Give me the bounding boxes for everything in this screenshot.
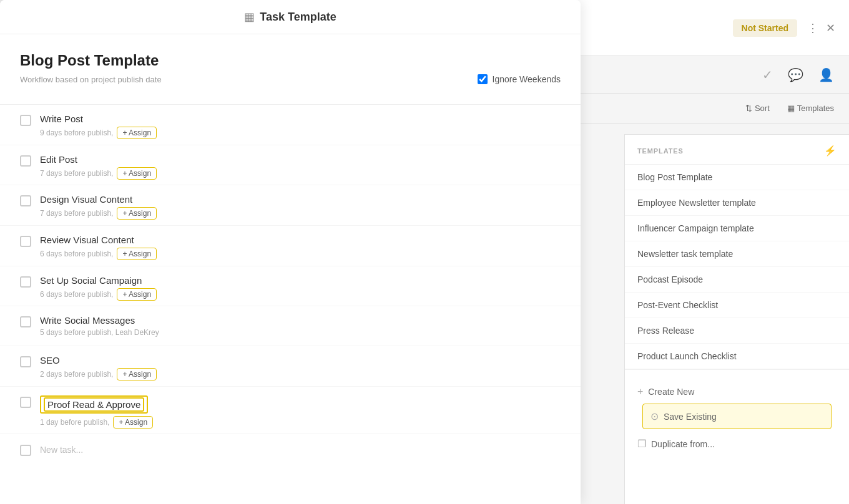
action-bar: ✓ 💬 👤	[575, 56, 849, 94]
comment-icon-button[interactable]: 💬	[783, 65, 808, 85]
task-name-4: Review Visual Content	[40, 235, 561, 245]
templates-button[interactable]: ▦ Templates	[782, 101, 839, 115]
status-badge: Not Started	[733, 19, 797, 37]
template-item-3[interactable]: Influencer Campaign template	[625, 216, 849, 241]
task-meta-1: 9 days before publish, + Assign	[40, 127, 561, 139]
task-template-icon: ▦	[244, 10, 255, 24]
task-date-1: 9 days before publish,	[40, 128, 113, 137]
save-existing-label: Save Existing	[664, 412, 717, 422]
task-name-8: Proof Read & Approve	[40, 395, 148, 414]
task-info-7: SEO 2 days before publish, + Assign	[40, 355, 561, 380]
create-new-action[interactable]: + Create New	[637, 380, 837, 404]
task-checkbox-4[interactable]	[20, 236, 31, 247]
task-name-3: Design Visual Content	[40, 194, 561, 205]
task-checkbox-3[interactable]	[20, 195, 31, 206]
ignore-weekends-row: Ignore Weekends	[478, 74, 561, 84]
main-panel-header: ▦ Task Template	[0, 0, 581, 34]
task-meta-2: 7 days before publish, + Assign	[40, 167, 561, 180]
new-task-row: New task...	[0, 434, 581, 466]
task-date-3: 7 days before publish,	[40, 209, 113, 218]
templates-panel: TEMPLATES ⚡ Blog Post Template Employee …	[624, 134, 849, 504]
task-name-1: Write Post	[40, 114, 561, 124]
task-checkbox-6[interactable]	[20, 316, 31, 327]
task-checkbox-8[interactable]	[20, 397, 31, 408]
lightning-icon: ⚡	[824, 145, 837, 157]
templates-icon: ▦	[787, 104, 795, 113]
task-checkbox-7[interactable]	[20, 356, 31, 367]
task-row-4: Review Visual Content 6 days before publ…	[0, 226, 581, 266]
tasks-header: ⇅ Sort ▦ Templates	[575, 94, 849, 124]
task-checkbox-1[interactable]	[20, 115, 31, 126]
ignore-weekends-checkbox[interactable]	[478, 74, 488, 84]
task-info-3: Design Visual Content 7 days before publ…	[40, 194, 561, 220]
task-date-5: 6 days before publish,	[40, 290, 113, 299]
duplicate-from-label: Duplicate from...	[651, 439, 715, 449]
assign-button-5[interactable]: + Assign	[117, 288, 157, 301]
task-row-5: Set Up Social Campaign 6 days before pub…	[0, 266, 581, 307]
task-meta-3: 7 days before publish, + Assign	[40, 207, 561, 220]
template-item-8[interactable]: Product Launch Checklist	[625, 344, 849, 369]
task-name-2: Edit Post	[40, 154, 561, 165]
duplicate-icon: ❐	[637, 438, 646, 450]
status-bar: Not Started ⋮ ✕	[575, 0, 849, 56]
main-panel: ▦ Task Template Blog Post Template Workf…	[0, 0, 581, 504]
task-date-2: 7 days before publish,	[40, 169, 113, 178]
assign-button-4[interactable]: + Assign	[117, 248, 157, 260]
plus-icon: +	[637, 386, 643, 397]
templates-label: Templates	[797, 104, 834, 113]
check-icon-button[interactable]: ✓	[757, 65, 778, 85]
task-date-4: 6 days before publish,	[40, 250, 113, 258]
template-item-5[interactable]: Podcast Episode	[625, 267, 849, 293]
person-icon-button[interactable]: 👤	[813, 65, 839, 85]
more-options-button[interactable]: ⋮	[803, 19, 822, 37]
sort-button[interactable]: ⇅ Sort	[740, 101, 775, 115]
task-row-2: Edit Post 7 days before publish, + Assig…	[0, 145, 581, 186]
task-info-8: Proof Read & Approve 1 day before publis…	[40, 395, 561, 429]
task-meta-7: 2 days before publish, + Assign	[40, 368, 561, 380]
templates-panel-header: TEMPLATES ⚡	[625, 135, 849, 165]
template-item-7[interactable]: Press Release	[625, 318, 849, 344]
new-task-placeholder[interactable]: New task...	[40, 445, 83, 455]
save-existing-action[interactable]: ⊙ Save Existing	[642, 404, 832, 429]
task-name-6: Write Social Messages	[40, 315, 561, 326]
task-info-6: Write Social Messages 5 days before publ…	[40, 315, 561, 337]
assign-button-3[interactable]: + Assign	[117, 207, 157, 220]
task-checkbox-5[interactable]	[20, 276, 31, 288]
assign-button-1[interactable]: + Assign	[117, 127, 157, 139]
task-row-6: Write Social Messages 5 days before publ…	[0, 306, 581, 346]
template-item-6[interactable]: Post-Event Checklist	[625, 293, 849, 318]
ignore-weekends-label: Ignore Weekends	[493, 74, 561, 84]
task-info-1: Write Post 9 days before publish, + Assi…	[40, 114, 561, 139]
templates-panel-title: TEMPLATES	[637, 147, 684, 155]
duplicate-from-action[interactable]: ❐ Duplicate from...	[637, 432, 837, 456]
task-row-7: SEO 2 days before publish, + Assign	[0, 346, 581, 387]
assign-button-7[interactable]: + Assign	[117, 368, 157, 380]
task-row-3: Design Visual Content 7 days before publ…	[0, 185, 581, 226]
task-meta-6: 5 days before publish, Leah DeKrey	[40, 328, 561, 337]
task-name-5: Set Up Social Campaign	[40, 275, 561, 286]
task-checkbox-2[interactable]	[20, 155, 31, 167]
template-item-1[interactable]: Blog Post Template	[625, 165, 849, 190]
template-name: Blog Post Template	[20, 52, 561, 69]
assign-button-8[interactable]: + Assign	[113, 416, 153, 429]
close-button[interactable]: ✕	[822, 19, 839, 37]
task-info-5: Set Up Social Campaign 6 days before pub…	[40, 275, 561, 301]
task-row-1: Write Post 9 days before publish, + Assi…	[0, 105, 581, 145]
sort-icon: ⇅	[745, 104, 752, 113]
create-new-label: Create New	[648, 387, 694, 397]
highlighted-task-name-8: Proof Read & Approve	[44, 397, 144, 412]
task-info-4: Review Visual Content 6 days before publ…	[40, 235, 561, 260]
template-item-4[interactable]: Newsletter task template	[625, 241, 849, 267]
task-meta-8: 1 day before publish, + Assign	[40, 416, 561, 429]
assign-button-2[interactable]: + Assign	[117, 167, 157, 180]
template-item-2[interactable]: Employee Newsletter template	[625, 190, 849, 216]
templates-actions: + Create New ⊙ Save Existing ❐ Duplicate…	[625, 369, 849, 466]
task-name-7: SEO	[40, 355, 561, 366]
save-icon: ⊙	[650, 410, 659, 422]
task-date-6: 5 days before publish, Leah DeKrey	[40, 328, 159, 337]
task-info-2: Edit Post 7 days before publish, + Assig…	[40, 154, 561, 180]
task-row-8: Proof Read & Approve 1 day before publis…	[0, 387, 581, 434]
main-panel-title: Task Template	[260, 11, 336, 24]
sort-label: Sort	[755, 104, 770, 113]
new-task-checkbox[interactable]	[20, 445, 31, 456]
